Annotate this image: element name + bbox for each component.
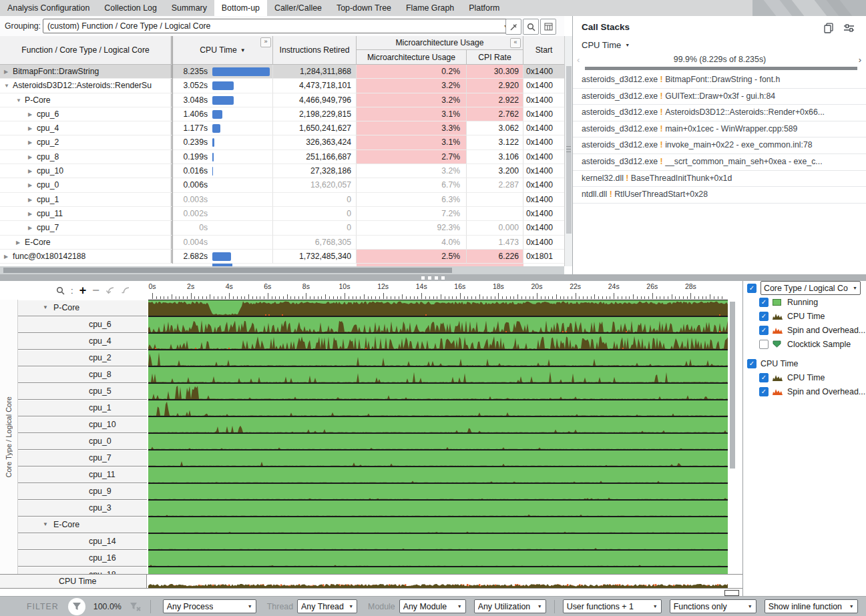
table-row[interactable]: ▶cpu_100.016s27,328,1863.2%3.2000x1400	[0, 164, 564, 178]
expander-collapsed-icon[interactable]: ▶	[28, 107, 32, 121]
scrollbar-thumb[interactable]	[730, 302, 735, 469]
clear-filter-button[interactable]	[130, 602, 141, 611]
column-header-cpi-rate[interactable]: CPI Rate	[467, 50, 523, 65]
timeline-row-label-cpu-10[interactable]: cpu_10	[18, 416, 147, 433]
call-stack-frame[interactable]: asteroids_d3d12.exe ! AsteroidsD3D12::As…	[573, 105, 866, 121]
timeline-chart-row[interactable]	[148, 550, 728, 567]
checkbox[interactable]	[759, 340, 769, 349]
scrollbar-thumb[interactable]	[566, 66, 572, 234]
tab-platform[interactable]: Platform	[461, 0, 507, 16]
table-row[interactable]: ▶cpu_00.006s13,620,0576.7%2.2870x1400	[0, 178, 564, 192]
timeline-row-label-cpu-0[interactable]: cpu_0	[18, 433, 147, 450]
tab-analysis-configuration[interactable]: Analysis Configuration	[0, 0, 97, 16]
collapse-column-button[interactable]: «	[510, 38, 521, 48]
checkbox[interactable]: ✓	[747, 359, 756, 368]
table-row[interactable]: ▶cpu_70s092.3%0.0000x1400	[0, 221, 564, 235]
call-stack-frame[interactable]: asteroids_d3d12.exe ! __scrt_common_main…	[573, 154, 866, 171]
search-button[interactable]	[523, 19, 539, 35]
call-stack-frame[interactable]: kernel32.dll ! BaseThreadInitThunk+0x1d	[573, 171, 866, 188]
timeline-chart-row[interactable]	[148, 333, 728, 350]
timeline-row-label-cpu-6[interactable]: cpu_6	[18, 316, 147, 333]
timeline-row-label-cpu-8[interactable]: cpu_8	[18, 366, 147, 383]
tab-bottom-up[interactable]: Bottom-up	[214, 0, 267, 16]
grid-vertical-scrollbar[interactable]	[564, 36, 572, 266]
column-header-start-address[interactable]: Start	[523, 36, 564, 65]
expander-collapsed-icon[interactable]: ▶	[28, 221, 32, 235]
expander-expanded-icon[interactable]: ▼	[16, 93, 21, 107]
expander-collapsed-icon[interactable]: ▶	[4, 250, 8, 264]
zoom-out-button[interactable]: −	[92, 284, 99, 296]
timeline-row-label-e-core[interactable]: ▼E-Core	[18, 517, 147, 533]
expander-collapsed-icon[interactable]: ▶	[28, 207, 32, 221]
expander-collapsed-icon[interactable]: ▶	[16, 236, 20, 250]
expander-expanded-icon[interactable]: ▼	[4, 79, 9, 93]
timeline-chart-row[interactable]	[148, 366, 728, 383]
timeline-row-label-cpu-1[interactable]: cpu_1	[18, 400, 147, 416]
call-stack-frame[interactable]: asteroids_d3d12.exe ! invoke_main+0x22 -…	[573, 137, 866, 154]
timeline-row-label-cpu-4[interactable]: cpu_4	[18, 333, 147, 350]
timeline-chart-row[interactable]	[148, 450, 728, 467]
timeline-row-label-p-core[interactable]: ▼P-Core	[18, 300, 147, 316]
module-filter-select[interactable]: Any Module▼	[399, 599, 466, 613]
thread-filter-select[interactable]: Any Thread▼	[297, 599, 357, 613]
inline-mode-select[interactable]: User functions + 1▼	[563, 599, 662, 613]
table-row[interactable]: ▼P-Core3.048s4,466,949,7963.2%2.9220x140…	[0, 93, 564, 107]
table-row[interactable]: ▶cpu_10.003s06.3%0x1400	[0, 193, 564, 207]
expander-expanded-icon[interactable]: ▼	[43, 300, 48, 316]
expand-column-button[interactable]: »	[260, 37, 271, 47]
timeline-chart-row[interactable]	[148, 483, 728, 500]
timeline-vertical-scrollbar[interactable]	[729, 302, 736, 574]
scrollbar-corner[interactable]	[724, 590, 739, 596]
legend-series-select[interactable]: Core Type / Logical Co▼	[761, 281, 861, 295]
stack-metric-select[interactable]: CPU Time▼	[582, 40, 630, 50]
timeline-row-label-cpu-16[interactable]: cpu_16	[18, 550, 147, 567]
timeline-chart-row[interactable]	[148, 433, 728, 450]
callstack-mode-select[interactable]: Functions only▼	[670, 599, 756, 613]
timeline-chart-row[interactable]	[148, 567, 728, 574]
timeline-row-label-cpu-18[interactable]: cpu_18	[18, 567, 147, 574]
grouping-columns-button[interactable]	[540, 19, 556, 35]
time-axis[interactable]: 0s2s4s6s8s10s12s14s16s18s20s22s24s26s28s	[148, 281, 728, 300]
call-stack-frame[interactable]: asteroids_d3d12.exe ! main+0x1cec - WinW…	[573, 121, 866, 138]
table-row[interactable]: ▶cpu_80.199s251,166,6872.7%3.1060x1400	[0, 150, 564, 164]
timeline-chart-row[interactable]	[148, 400, 728, 416]
table-row[interactable]: ▶E-Core0.004s6,768,3054.0%1.4730x1400	[0, 236, 564, 250]
timeline-row-label-cpu-7[interactable]: cpu_7	[18, 450, 147, 467]
call-stack-frame[interactable]: asteroids_d3d12.exe ! GUIText::Draw+0x3f…	[573, 89, 866, 105]
stack-settings-button[interactable]	[842, 21, 855, 35]
timeline-row-label-cpu-5[interactable]: cpu_5	[18, 383, 147, 400]
timeline-chart-row[interactable]	[148, 500, 728, 517]
table-row[interactable]: ▶cpu_41.177s1,650,241,6273.3%3.0620x1400	[0, 121, 564, 135]
redo-zoom-icon[interactable]	[121, 286, 130, 294]
column-header-microarch-group[interactable]: Microarchitecture Usage «	[357, 36, 523, 50]
call-stack-frame[interactable]: ntdll.dll ! RtlUserThreadStart+0x28	[573, 187, 866, 204]
timeline-chart-row[interactable]	[148, 350, 728, 366]
tab-collection-log[interactable]: Collection Log	[97, 0, 164, 16]
expander-collapsed-icon[interactable]: ▶	[28, 121, 32, 135]
timeline-chart-row[interactable]	[148, 316, 728, 333]
copy-button[interactable]	[822, 21, 835, 35]
table-row[interactable]: ▶cpu_20.239s326,363,4243.1%3.1220x1400	[0, 135, 564, 149]
tab-caller-callee[interactable]: Caller/Callee	[267, 0, 329, 16]
grid-horizontal-scrollbar[interactable]	[0, 266, 564, 274]
next-stack-button[interactable]: ›	[859, 55, 861, 65]
timeline-chart-row[interactable]	[148, 300, 728, 316]
column-header-microarch-usage[interactable]: Microarchitecture Usage	[357, 50, 467, 65]
timeline-row-label-cpu-11[interactable]: cpu_11	[18, 467, 147, 483]
timeline-chart-row[interactable]	[148, 467, 728, 483]
call-stack-frame[interactable]: asteroids_d3d12.exe ! BitmapFont::DrawSt…	[573, 72, 866, 89]
table-row[interactable]: ▶BitmapFont::DrawString8.235s1,284,311,8…	[0, 65, 564, 79]
grouping-select[interactable]: (custom) Function / Core Type / Logical …	[43, 19, 513, 33]
table-row[interactable]: ▶func@0x1801421882.682s1,732,485,3402.5%…	[0, 250, 564, 264]
timeline-charts[interactable]	[148, 300, 728, 574]
table-row[interactable]: ▼AsteroidsD3D12::Asteroids::RenderSu3.05…	[0, 79, 564, 93]
column-header-instructions-retired[interactable]: Instructions Retired	[273, 36, 357, 65]
summary-cpu-time-chart[interactable]	[148, 575, 728, 588]
tab-summary[interactable]: Summary	[164, 0, 214, 16]
checkbox[interactable]: ✓	[759, 326, 769, 335]
timeline-chart-row[interactable]	[148, 533, 728, 550]
inline-functions-select[interactable]: Show inline function▼	[765, 599, 858, 613]
tab-top-down-tree[interactable]: Top-down Tree	[329, 0, 399, 16]
column-header-cpu-time[interactable]: CPU Time▼ »	[173, 36, 273, 65]
timeline-chart-row[interactable]	[148, 517, 728, 533]
